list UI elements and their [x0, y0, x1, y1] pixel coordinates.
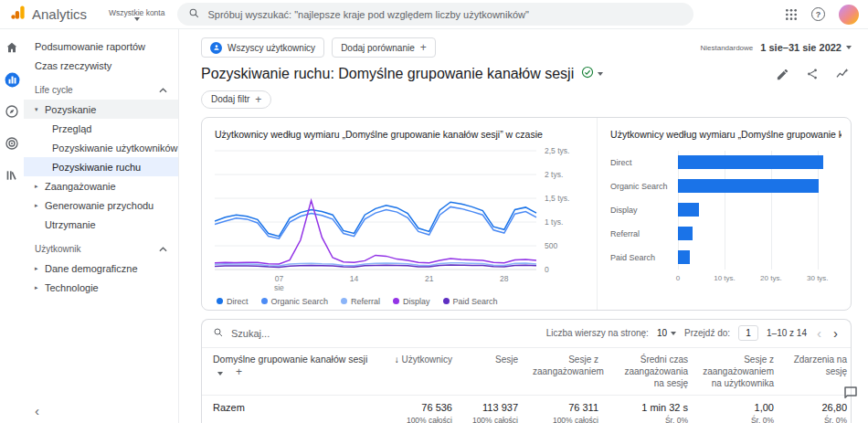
legend-item-organic-search[interactable]: Organic Search [261, 297, 329, 306]
section-uzytkownik[interactable]: Użytkownik [24, 234, 178, 259]
bar-chart-panel: Użytkownicy według wymiaru „Domyślne gru… [598, 118, 851, 310]
chevron-down-icon [134, 17, 140, 21]
line-chart-title: Użytkownicy według wymiaru „Domyślne gru… [215, 129, 593, 140]
account-switcher[interactable]: Wszystkie konta [109, 8, 164, 21]
legend-item-direct[interactable]: Direct [217, 297, 249, 306]
sort-desc-icon: ↓ [395, 354, 399, 365]
sidebar-item-pozyskanie[interactable]: ▾ Pozyskanie [24, 100, 178, 119]
column-header-engaged-sessions[interactable]: Sesje z zaangażowaniem [527, 347, 608, 395]
pencil-icon [776, 68, 789, 81]
sidebar-item-pozyskiwanie-uzytkownikow[interactable]: Pozyskiwanie użytkowników [24, 138, 178, 157]
sidebar-item-pozyskiwanie-ruchu[interactable]: Pozyskiwanie ruchu [24, 157, 178, 176]
insights-button[interactable] [835, 67, 850, 81]
tree-collapsed-icon: ▸ [35, 284, 45, 291]
sidebar-item-przeglad[interactable]: Przegląd [24, 119, 178, 138]
totals-row: Razem 76 536100% całości 113 937100% cał… [202, 395, 852, 423]
goto-page-label: Przejdź do: [684, 328, 730, 338]
collapse-nav-button[interactable]: ‹ [35, 404, 39, 418]
svg-text:07: 07 [275, 274, 284, 283]
add-filter-button[interactable]: Dodaj filtr + [201, 90, 271, 109]
google-apps-button[interactable] [785, 8, 798, 21]
legend-dot [217, 298, 223, 304]
rail-library[interactable] [3, 168, 21, 186]
help-button[interactable]: ? [811, 7, 825, 21]
chevron-down-icon [598, 72, 603, 76]
check-circle-icon [581, 66, 594, 82]
bar-chart-title: Użytkownicy według wymiaru „Domyślne gru… [610, 129, 842, 140]
share-button[interactable] [806, 68, 819, 80]
tree-collapsed-icon: ▸ [35, 183, 45, 190]
column-header-users[interactable]: ↓ Użytkownicy [381, 347, 461, 395]
previous-page-button[interactable]: ‹ [815, 326, 823, 340]
chevron-down-icon [846, 46, 852, 49]
sidebar-item-reports-snapshot[interactable]: Podsumowanie raportów [24, 37, 178, 56]
app-title: Analytics [32, 6, 87, 22]
line-chart-svg[interactable]: 05001 tys.1,5 tys.2 tys.2,5 tys.07sie142… [215, 143, 580, 291]
rail-advertising[interactable] [3, 136, 21, 154]
svg-text:sie: sie [274, 283, 284, 291]
audience-chip[interactable]: Wszyscy użytkownicy [201, 37, 324, 58]
bar-chart[interactable]: DirectOrganic SearchDisplayReferralPaid … [610, 151, 842, 288]
tree-collapsed-icon: ▸ [35, 202, 45, 209]
data-quality-button[interactable] [581, 66, 603, 82]
search-icon [188, 6, 200, 23]
svg-text:1,5 tys.: 1,5 tys. [545, 194, 569, 203]
date-range-picker[interactable]: 1 sie–31 sie 2022 [760, 42, 852, 53]
table-search-input[interactable]: Szukaj... [231, 328, 270, 339]
svg-text:0: 0 [545, 265, 549, 274]
chevron-down-icon [671, 332, 676, 335]
rail-reports-selected[interactable] [3, 72, 21, 90]
traffic-acquisition-table: Domyślne grupowanie kanałów sesji+ ↓ Uży… [202, 347, 852, 423]
main-content: Wszyscy użytkownicy Dodaj porównanie + N… [179, 29, 868, 423]
search-bar[interactable] [177, 3, 693, 26]
chevron-down-icon [217, 372, 223, 375]
feedback-button[interactable] [842, 385, 859, 405]
add-dimension-button[interactable]: + [236, 365, 242, 378]
search-input[interactable] [207, 9, 683, 20]
legend-item-referral[interactable]: Referral [341, 297, 380, 306]
column-header-events-per-session[interactable]: Zdarzenia na sesję [783, 347, 852, 395]
reports-side-nav: Podsumowanie raportów Czas rzeczywisty L… [24, 29, 179, 423]
sidebar-item-dane-demograficzne[interactable]: ▸ Dane demograficzne [24, 259, 178, 278]
column-header-sessions[interactable]: Sesje [461, 347, 527, 395]
analytics-logo[interactable]: Analytics [9, 4, 87, 25]
svg-text:2 tys.: 2 tys. [545, 170, 563, 179]
insights-icon [835, 67, 850, 81]
rail-home[interactable] [3, 40, 21, 58]
next-page-button[interactable]: › [831, 326, 840, 340]
section-life-cycle[interactable]: Life cycle [24, 75, 178, 100]
add-comparison-button[interactable]: Dodaj porównanie + [332, 37, 436, 58]
sidebar-item-technologie[interactable]: ▸ Technologie [24, 278, 178, 297]
home-icon [5, 40, 19, 58]
goto-page-input[interactable]: 1 [738, 325, 758, 341]
tree-expanded-icon: ▾ [35, 106, 45, 113]
customize-report-button[interactable] [776, 68, 789, 81]
sidebar-item-zaangazowanie[interactable]: ▸ Zaangażowanie [24, 176, 178, 196]
analytics-logo-icon [9, 4, 26, 25]
date-range-type: Niestandardowe [700, 44, 753, 52]
user-avatar[interactable] [839, 5, 859, 25]
legend-item-display[interactable]: Display [393, 297, 430, 306]
rows-per-page-label: Liczba wierszy na stronę: [546, 328, 649, 338]
library-icon [5, 168, 19, 186]
svg-text:500: 500 [545, 241, 557, 250]
legend-item-paid-search[interactable]: Paid Search [443, 297, 498, 306]
advertising-icon [5, 136, 19, 154]
plus-icon: + [420, 42, 427, 53]
legend-dot [393, 298, 399, 304]
page-title: Pozyskiwanie ruchu: Domyślne grupowanie … [201, 66, 574, 82]
dimension-column-header[interactable]: Domyślne grupowanie kanałów sesji+ [202, 347, 381, 395]
column-header-avg-engagement-time[interactable]: Średni czas zaangażowania na sesję [608, 347, 697, 395]
column-header-engaged-sessions-per-user[interactable]: Sesje z zaangażowaniem na użytkownika [697, 347, 783, 395]
sidebar-item-utrzymanie[interactable]: Utrzymanie [24, 215, 178, 234]
table-search-icon [213, 327, 224, 340]
data-table-card: Szukaj... Liczba wierszy na stronę: 10 P… [201, 319, 852, 423]
chart-legend: Direct Organic Search Referral Display P… [215, 297, 593, 306]
sidebar-item-generowanie-przychodu[interactable]: ▸ Generowanie przychodu [24, 196, 178, 215]
rail-explore[interactable] [3, 104, 21, 122]
pagination-range: 1–10 z 14 [767, 328, 807, 338]
rows-per-page-select[interactable]: 10 [657, 328, 676, 338]
sidebar-item-realtime[interactable]: Czas rzeczywisty [24, 56, 178, 75]
chevron-up-icon [159, 244, 167, 254]
line-chart-panel: Użytkownicy według wymiaru „Domyślne gru… [202, 118, 598, 310]
